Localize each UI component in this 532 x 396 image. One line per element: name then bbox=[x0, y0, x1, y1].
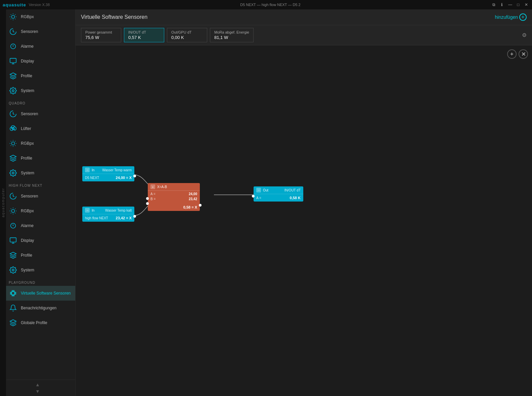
node-kalt-output-port bbox=[133, 215, 136, 218]
sidebar-item-profile-top[interactable]: Profile bbox=[6, 69, 75, 83]
sidebar-item-virtuelle-software[interactable]: Virtuelle Software Sensoren bbox=[6, 286, 75, 301]
title-bar: aquasuite Version X.38 D5 NEXT — high fl… bbox=[0, 0, 532, 9]
sidebar: aquacomputer RGBpx Sensoren Alarme bbox=[0, 9, 76, 396]
svg-point-0 bbox=[11, 15, 14, 18]
maximize-btn[interactable]: □ bbox=[515, 2, 521, 8]
gear-icon-top bbox=[9, 86, 17, 95]
close-btn[interactable]: ✕ bbox=[523, 2, 529, 8]
alarm-icon-hf bbox=[9, 221, 17, 230]
alarm-icon-top bbox=[9, 42, 17, 51]
sidebar-label-lufeter-quadro: Lüfter bbox=[21, 126, 31, 131]
node-out-a-value: 0,58 K bbox=[290, 196, 301, 200]
sidebar-item-system-hf[interactable]: System bbox=[6, 263, 75, 277]
sidebar-item-sensoren-hf[interactable]: Sensoren bbox=[6, 189, 75, 204]
svg-line-24 bbox=[15, 141, 15, 141]
main-layout: aquacomputer RGBpx Sensoren Alarme bbox=[0, 9, 532, 396]
minimize-btn[interactable]: — bbox=[507, 2, 513, 8]
sensor-label-inout: IN/OUT dT bbox=[128, 30, 160, 34]
sidebar-item-display-hf[interactable]: Display bbox=[6, 233, 75, 248]
sensor-item-mora[interactable]: MoRa abgef. Energie 81,1 W bbox=[210, 28, 254, 42]
sidebar-item-rgbpx-hf[interactable]: RGBpx bbox=[6, 204, 75, 218]
node-kalt-name: high flow NEXT bbox=[85, 216, 108, 220]
node-out[interactable]: → Out IN/OUT dT A = 0,58 K bbox=[254, 186, 303, 202]
sensor-item-outgpu[interactable]: Out/GPU dT 0,00 K bbox=[167, 28, 207, 42]
svg-line-19 bbox=[11, 141, 11, 141]
sidebar-item-benachrichtigungen[interactable]: Benachrichtigungen bbox=[6, 301, 75, 315]
svg-line-23 bbox=[11, 145, 11, 146]
app-logo: aquasuite bbox=[3, 2, 26, 7]
sensor-label-mora: MoRa abgef. Energie bbox=[214, 30, 249, 34]
svg-rect-10 bbox=[10, 58, 16, 63]
sidebar-label-alarme-top: Alarme bbox=[21, 44, 34, 49]
svg-point-41 bbox=[12, 269, 14, 271]
sensor-label-power: Power gesammt bbox=[85, 30, 117, 34]
node-calc-out-value: 0,58 = X bbox=[183, 205, 197, 209]
sidebar-item-sensoren-top[interactable]: Sensoren bbox=[6, 24, 75, 39]
sidebar-item-rgbpx-quadro[interactable]: RGBpx bbox=[6, 136, 75, 151]
sensor-icon-hf bbox=[9, 192, 17, 201]
layers-icon-btn[interactable]: ⧉ bbox=[491, 2, 497, 8]
node-warm-value: 24,00 = X bbox=[116, 176, 132, 180]
svg-marker-13 bbox=[10, 73, 16, 76]
content-header: Virtuelle Software Sensoren hinzufügen + bbox=[76, 9, 532, 25]
svg-line-8 bbox=[15, 14, 15, 15]
canvas-add-button[interactable]: + bbox=[507, 49, 517, 59]
sidebar-scroll-controls: ▲ ▼ bbox=[0, 380, 75, 396]
sidebar-item-system-top[interactable]: System bbox=[6, 83, 75, 98]
svg-marker-25 bbox=[10, 155, 16, 158]
node-out-title: IN/OUT dT bbox=[284, 188, 301, 192]
gear-icon-quadro bbox=[9, 169, 17, 177]
node-kalt[interactable]: → In Wasser Temp kalt high flow NEXT 23,… bbox=[82, 207, 134, 222]
sidebar-content: RGBpx Sensoren Alarme Display bbox=[6, 9, 75, 380]
svg-line-34 bbox=[11, 213, 11, 213]
sidebar-label-sensoren-quadro: Sensoren bbox=[21, 112, 38, 116]
sidebar-label-profile-quadro: Profile bbox=[21, 156, 32, 161]
node-calc[interactable]: ± X=A-B A = 24,00 B = 23,42 0,58 = X bbox=[148, 183, 200, 211]
sidebar-item-alarme-top[interactable]: Alarme bbox=[6, 39, 75, 54]
section-highflow: high flow NEXT bbox=[6, 180, 75, 189]
sidebar-label-profile-top: Profile bbox=[21, 74, 32, 78]
sidebar-item-profile-quadro[interactable]: Profile bbox=[6, 151, 75, 166]
sidebar-label-profile-hf: Profile bbox=[21, 253, 32, 258]
sidebar-item-lufeter-quadro[interactable]: Lüfter bbox=[6, 121, 75, 136]
node-kalt-body: high flow NEXT 23,42 = X bbox=[82, 214, 134, 222]
sensor-item-power[interactable]: Power gesammt 75,6 W bbox=[81, 28, 121, 42]
sidebar-item-alarme-hf[interactable]: Alarme bbox=[6, 218, 75, 233]
sensor-icon-quadro bbox=[9, 109, 17, 118]
node-warm[interactable]: → In Wasser Temp warm D5 NEXT 24,00 = X bbox=[82, 166, 134, 181]
sidebar-label-display-top: Display bbox=[21, 59, 34, 63]
sidebar-label-rgbpx-quadro: RGBpx bbox=[21, 141, 34, 146]
canvas-close-button[interactable]: ✕ bbox=[519, 49, 528, 59]
scroll-up-btn[interactable]: ▲ bbox=[35, 381, 41, 388]
gear-icon-hf bbox=[9, 266, 17, 274]
sidebar-item-globale-profile[interactable]: Globale Profile bbox=[6, 315, 75, 330]
sidebar-item-profile-hf[interactable]: Profile bbox=[6, 248, 75, 263]
node-in-icon-kalt: → bbox=[85, 208, 90, 213]
chip-icon bbox=[9, 289, 17, 298]
sidebar-item-system-quadro[interactable]: System bbox=[6, 166, 75, 180]
layers-icon-quadro bbox=[9, 154, 17, 163]
hinzufugen-button[interactable]: hinzufügen + bbox=[495, 13, 527, 21]
canvas-area: → In Wasser Temp warm D5 NEXT 24,00 = X … bbox=[76, 45, 532, 396]
sensor-icon-top bbox=[9, 27, 17, 36]
svg-marker-40 bbox=[10, 252, 16, 255]
node-calc-rows: A = 24,00 B = 23,42 bbox=[148, 191, 200, 204]
info-btn[interactable]: ℹ bbox=[499, 2, 505, 8]
sensor-item-inout[interactable]: IN/OUT dT 0,57 K bbox=[124, 28, 164, 42]
scroll-down-btn[interactable]: ▼ bbox=[35, 388, 41, 395]
node-warm-output-port bbox=[133, 175, 136, 177]
sidebar-label-system-hf: System bbox=[21, 268, 34, 272]
sidebar-label-alarme-hf: Alarme bbox=[21, 223, 34, 228]
sensor-value-outgpu: 0,00 K bbox=[171, 35, 203, 40]
sensor-bar-right: ⚙ bbox=[522, 32, 527, 38]
node-calc-b-label: B = bbox=[150, 197, 156, 201]
svg-line-4 bbox=[15, 19, 15, 19]
node-kalt-title: Wasser Temp kalt bbox=[105, 209, 132, 212]
sidebar-item-display-top[interactable]: Display bbox=[6, 54, 75, 69]
sensor-gear-button[interactable]: ⚙ bbox=[522, 32, 527, 38]
sidebar-item-sensoren-quadro[interactable]: Sensoren bbox=[6, 106, 75, 121]
node-kalt-header: → In Wasser Temp kalt bbox=[82, 207, 134, 214]
section-playground: Playground bbox=[6, 277, 75, 286]
sidebar-item-rgbpx-top[interactable]: RGBpx bbox=[6, 9, 75, 24]
node-calc-a-value: 24,00 bbox=[189, 192, 197, 196]
